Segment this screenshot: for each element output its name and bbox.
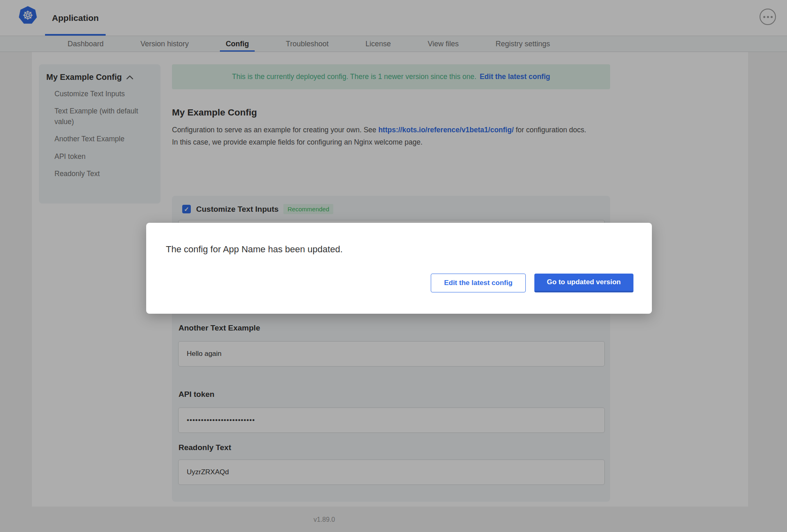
- modal-message: The config for App Name has been updated…: [166, 244, 343, 255]
- go-to-updated-version-button[interactable]: Go to updated version: [534, 274, 633, 292]
- edit-latest-config-button[interactable]: Edit the latest config: [431, 274, 525, 292]
- modal-button-row: Edit the latest config Go to updated ver…: [431, 274, 633, 292]
- app-window: ☸ Application Dashboard Version history …: [0, 0, 787, 532]
- config-updated-modal: The config for App Name has been updated…: [146, 223, 652, 314]
